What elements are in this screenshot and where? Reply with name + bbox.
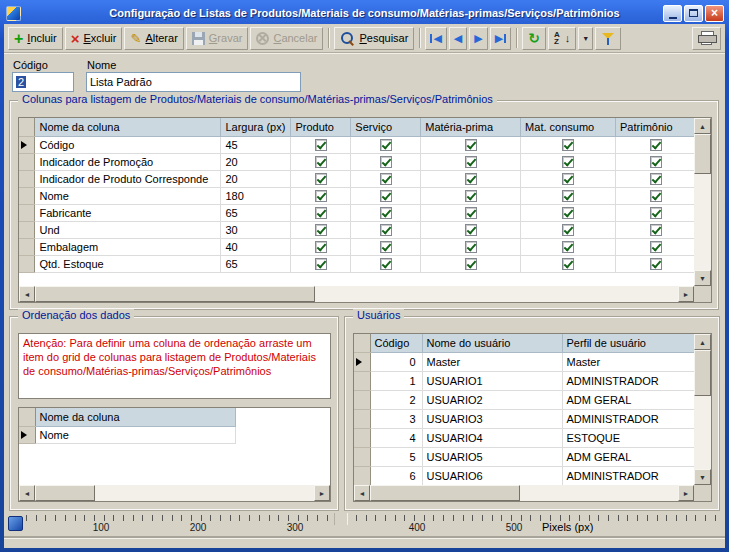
checkbox[interactable] <box>380 224 392 236</box>
checkbox[interactable] <box>562 207 574 219</box>
checkbox[interactable] <box>315 224 327 236</box>
checkbox[interactable] <box>380 173 392 185</box>
checkbox[interactable] <box>650 241 662 253</box>
grid-row[interactable]: Nome <box>19 426 331 443</box>
cell-user-code[interactable]: 6 <box>370 466 422 485</box>
grid-row[interactable]: Indicador de Promoção20 <box>19 153 696 170</box>
checkbox[interactable] <box>315 258 327 270</box>
checkbox[interactable] <box>650 156 662 168</box>
cell-user-code[interactable]: 3 <box>370 409 422 428</box>
checkbox[interactable] <box>650 258 662 270</box>
scroll-right-arrow-icon[interactable] <box>678 485 694 501</box>
scrollbar-thumb[interactable] <box>35 286 315 302</box>
column-header[interactable]: Nome da coluna <box>35 408 235 426</box>
column-header[interactable]: Perfil de usuário <box>562 334 695 352</box>
scroll-right-arrow-icon[interactable] <box>314 485 330 501</box>
checkbox[interactable] <box>315 241 327 253</box>
cell-user-name[interactable]: USUARIO5 <box>422 447 562 466</box>
cell-width[interactable]: 180 <box>221 187 291 204</box>
checkbox[interactable] <box>380 258 392 270</box>
checkbox[interactable] <box>315 156 327 168</box>
cell-user-name[interactable]: USUARIO6 <box>422 466 562 485</box>
cell-width[interactable]: 20 <box>221 170 291 187</box>
cell-user-code[interactable]: 5 <box>370 447 422 466</box>
users-horizontal-scrollbar[interactable] <box>354 485 694 501</box>
grid-row[interactable]: Código45 <box>19 136 696 153</box>
cell-width[interactable]: 65 <box>221 255 291 272</box>
grid-row[interactable]: 1USUARIO1ADMINISTRADOR <box>354 371 695 390</box>
users-vertical-scrollbar[interactable] <box>694 334 711 485</box>
cell-column-name[interactable]: Código <box>35 136 221 153</box>
column-header[interactable]: Nome do usuário <box>422 334 562 352</box>
cell-user-profile[interactable]: ESTOQUE <box>562 428 695 447</box>
cell-user-name[interactable]: USUARIO4 <box>422 428 562 447</box>
grid-row[interactable]: 5USUARIO5ADM GERAL <box>354 447 695 466</box>
checkbox[interactable] <box>465 139 477 151</box>
panel-splitter[interactable] <box>334 513 348 525</box>
cell-width[interactable]: 30 <box>221 221 291 238</box>
close-button[interactable]: × <box>705 5 724 22</box>
alterar-button[interactable]: ✎ Alterar <box>124 27 183 50</box>
checkbox[interactable] <box>562 241 574 253</box>
columns-horizontal-scrollbar[interactable] <box>19 286 694 302</box>
grid-row[interactable]: 4USUARIO4ESTOQUE <box>354 428 695 447</box>
incluir-button[interactable]: + Incluir <box>8 27 63 50</box>
checkbox[interactable] <box>650 224 662 236</box>
nav-next-button[interactable]: ▶ <box>469 27 487 50</box>
grid-row[interactable]: Embalagem40 <box>19 238 696 255</box>
scroll-left-arrow-icon[interactable] <box>354 485 370 501</box>
checkbox[interactable] <box>465 173 477 185</box>
gravar-button[interactable]: Gravar <box>186 27 249 50</box>
ordering-grid[interactable]: Nome da colunaNome <box>18 407 331 502</box>
checkbox[interactable] <box>315 190 327 202</box>
pesquisar-button[interactable]: Pesquisar <box>334 27 414 50</box>
grid-row[interactable]: 0MasterMaster <box>354 352 695 371</box>
cell-user-code[interactable]: 1 <box>370 371 422 390</box>
ordering-horizontal-scrollbar[interactable] <box>19 485 330 501</box>
column-header[interactable]: Serviço <box>351 118 421 136</box>
checkbox[interactable] <box>562 258 574 270</box>
checkbox[interactable] <box>380 207 392 219</box>
cell-user-code[interactable]: 4 <box>370 428 422 447</box>
sort-button[interactable]: AZ ↓ <box>548 27 576 50</box>
checkbox[interactable] <box>650 139 662 151</box>
scroll-right-arrow-icon[interactable] <box>678 286 694 302</box>
scroll-up-arrow-icon[interactable] <box>694 334 711 350</box>
grid-row[interactable]: 2USUARIO2ADM GERAL <box>354 390 695 409</box>
minimize-button[interactable] <box>663 5 682 22</box>
checkbox[interactable] <box>465 241 477 253</box>
scroll-left-arrow-icon[interactable] <box>19 286 35 302</box>
users-grid[interactable]: CódigoNome do usuárioPerfil de usuário0M… <box>353 333 712 502</box>
print-button[interactable] <box>692 27 721 50</box>
nav-last-button[interactable]: ▶ <box>490 27 511 50</box>
column-header[interactable]: Nome da coluna <box>35 118 221 136</box>
cell-user-code[interactable]: 0 <box>370 352 422 371</box>
grid-row[interactable]: Und30 <box>19 221 696 238</box>
cell-user-profile[interactable]: ADMINISTRADOR <box>562 371 695 390</box>
cell-width[interactable]: 40 <box>221 238 291 255</box>
nome-input[interactable]: Lista Padrão <box>86 72 301 92</box>
scroll-up-arrow-icon[interactable] <box>694 118 711 134</box>
checkbox[interactable] <box>650 190 662 202</box>
grid-row[interactable]: Nome180 <box>19 187 696 204</box>
scroll-left-arrow-icon[interactable] <box>19 485 35 501</box>
column-header[interactable]: Mat. consumo <box>521 118 616 136</box>
filter-button[interactable] <box>595 27 621 50</box>
cell-width[interactable]: 45 <box>221 136 291 153</box>
checkbox[interactable] <box>562 190 574 202</box>
checkbox[interactable] <box>315 173 327 185</box>
sort-dropdown-button[interactable]: ▼ <box>578 27 593 50</box>
cell-user-name[interactable]: Master <box>422 352 562 371</box>
cell-user-profile[interactable]: ADM GERAL <box>562 390 695 409</box>
cell-column-name[interactable]: Indicador de Produto Corresponde <box>35 170 221 187</box>
cell-column-name[interactable]: Nome <box>35 187 221 204</box>
columns-grid[interactable]: Nome da colunaLargura (px)ProdutoServiço… <box>18 117 712 303</box>
column-header[interactable]: Produto <box>291 118 351 136</box>
cell-user-name[interactable]: USUARIO3 <box>422 409 562 428</box>
cell-width[interactable]: 65 <box>221 204 291 221</box>
column-header[interactable]: Largura (px) <box>221 118 291 136</box>
checkbox[interactable] <box>380 156 392 168</box>
checkbox[interactable] <box>465 258 477 270</box>
column-header[interactable]: Patrimônio <box>616 118 696 136</box>
maximize-button[interactable] <box>684 5 703 22</box>
